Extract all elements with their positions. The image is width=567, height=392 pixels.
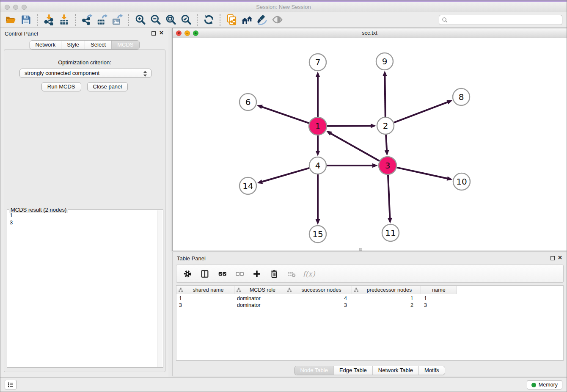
tab-select[interactable]: Select: [85, 41, 112, 49]
table-body: 1dominator4113dominator323: [176, 294, 563, 309]
graph-edge-arrowhead: [316, 151, 320, 156]
graph-edge-3-11[interactable]: [388, 175, 390, 218]
zoom-selected-icon[interactable]: [178, 13, 193, 26]
export-network-icon[interactable]: [79, 13, 94, 26]
table-panel: Table Panel ✕: [172, 252, 567, 376]
graph-edge-arrowhead: [446, 100, 452, 104]
table-close-panel-icon[interactable]: ✕: [558, 254, 562, 261]
result-scrollbar[interactable]: [157, 210, 162, 367]
table-cell[interactable]: dominator: [234, 302, 285, 309]
table-cell[interactable]: 1: [421, 295, 457, 302]
tab-mcds[interactable]: MCDS: [112, 41, 139, 49]
table-cell[interactable]: 3: [285, 302, 352, 309]
table-cell[interactable]: 1: [176, 295, 234, 302]
graph-edge-arrowhead: [447, 176, 453, 180]
graph-edge-2-9[interactable]: [385, 76, 385, 117]
network-window-titlebar[interactable]: × – + scc.txt: [173, 28, 567, 38]
graph-node-label: 8: [459, 92, 464, 102]
graph-edge-arrowhead: [257, 179, 263, 184]
graph-edge-4-14[interactable]: [262, 168, 309, 182]
table-cell[interactable]: 3: [421, 302, 457, 309]
export-image-icon[interactable]: [110, 13, 125, 26]
network-canvas[interactable]: 7968124314101511: [173, 38, 567, 251]
graph-edge-3-10[interactable]: [396, 168, 447, 179]
application-window: Session: New Session: [0, 0, 567, 392]
open-folder-icon[interactable]: [3, 13, 18, 26]
tab-style[interactable]: Style: [61, 41, 85, 49]
task-history-button[interactable]: [5, 380, 17, 389]
search-icon: [442, 17, 448, 23]
graph-node-label: 2: [383, 121, 388, 131]
table-cell[interactable]: 1: [352, 295, 421, 302]
tab-network[interactable]: Network: [30, 41, 61, 49]
search-input[interactable]: [449, 16, 559, 24]
control-panel-title: Control Panel: [5, 30, 38, 37]
mcds-result-text[interactable]: 1 3: [8, 212, 156, 367]
graph-node-label: 14: [242, 181, 253, 191]
select-all-columns-icon[interactable]: [217, 268, 228, 279]
tab-network-table[interactable]: Network Table: [373, 366, 419, 375]
attribute-tree-icon: [354, 287, 359, 293]
table-row[interactable]: 1dominator411: [176, 295, 563, 302]
delete-column-icon[interactable]: [269, 268, 280, 279]
graph-node-label: 4: [315, 160, 321, 171]
main-toolbar: [0, 12, 567, 28]
optimization-dropdown[interactable]: strongly connected component: [19, 69, 151, 78]
zoom-in-icon[interactable]: [132, 13, 148, 26]
column-header-shared-name[interactable]: shared name: [176, 286, 234, 294]
main-titlebar: Session: New Session: [0, 2, 567, 12]
column-layout-icon[interactable]: [199, 268, 210, 279]
graph-edge-1-2[interactable]: [327, 126, 371, 126]
duplicate-network-icon[interactable]: [224, 13, 239, 26]
close-panel-button[interactable]: Close panel: [87, 82, 128, 91]
import-network-icon[interactable]: [41, 13, 56, 26]
control-panel: Control Panel ✕ NetworkStyleSelectMCDS O…: [0, 28, 168, 378]
import-table-icon[interactable]: [56, 13, 72, 26]
unselect-all-columns-icon[interactable]: [234, 268, 245, 279]
toolbar-separator: [37, 14, 38, 26]
memory-button[interactable]: Memory: [527, 380, 562, 389]
add-column-icon[interactable]: [251, 268, 262, 279]
refresh-icon[interactable]: [201, 13, 216, 26]
table-cell[interactable]: 3: [176, 302, 234, 309]
export-table-icon[interactable]: [94, 13, 110, 26]
tab-edge-table[interactable]: Edge Table: [334, 366, 373, 375]
search-field: [439, 15, 562, 25]
home-icon[interactable]: [239, 13, 254, 26]
graph-edge-2-8[interactable]: [394, 102, 448, 122]
table-cell[interactable]: 2: [352, 302, 421, 309]
tab-motifs[interactable]: Motifs: [419, 366, 445, 375]
float-panel-icon[interactable]: [151, 31, 156, 36]
graph-edge-3-1[interactable]: [330, 133, 379, 161]
run-mcds-button[interactable]: Run MCDS: [41, 82, 81, 91]
workspace-area: × – + scc.txt 7968124314101511 Table Pan…: [168, 28, 567, 378]
settings-gear-icon[interactable]: [182, 268, 193, 279]
mcds-result-box: MCDS result (2 nodes) 1 3: [7, 210, 163, 368]
status-bar: Memory: [0, 377, 567, 392]
attribute-tree-icon: [287, 287, 292, 293]
table-cell[interactable]: dominator: [234, 295, 285, 302]
save-icon[interactable]: [18, 13, 33, 26]
graph-edge-arrowhead: [372, 163, 378, 168]
horizontal-splitter-handle[interactable]: [359, 248, 362, 251]
graph-edge-2-3[interactable]: [386, 135, 387, 151]
toolbar-separator: [128, 14, 129, 26]
table-cell[interactable]: 4: [285, 295, 352, 302]
column-header-MCDS-role[interactable]: MCDS role: [234, 286, 285, 294]
zoom-fit-icon[interactable]: [163, 13, 178, 26]
tab-node-table[interactable]: Node Table: [295, 366, 334, 375]
table-row[interactable]: 3dominator323: [176, 302, 563, 309]
graph-edge-1-6[interactable]: [261, 107, 309, 123]
zoom-out-icon[interactable]: [148, 13, 163, 26]
paintbrush-icon[interactable]: [254, 13, 270, 26]
network-window-title: scc.txt: [173, 28, 567, 38]
column-header-predecessor-nodes[interactable]: predecessor nodes: [352, 286, 421, 294]
table-float-panel-icon[interactable]: [550, 256, 555, 260]
graph-edge-arrowhead: [316, 219, 320, 225]
close-panel-icon[interactable]: ✕: [159, 30, 164, 36]
column-header-successor-nodes[interactable]: successor nodes: [285, 286, 352, 294]
toolbar-separator: [197, 14, 198, 26]
graph-node-label: 1: [315, 121, 321, 131]
graph-edge-arrowhead: [316, 72, 320, 77]
column-header-name[interactable]: name: [421, 286, 457, 294]
